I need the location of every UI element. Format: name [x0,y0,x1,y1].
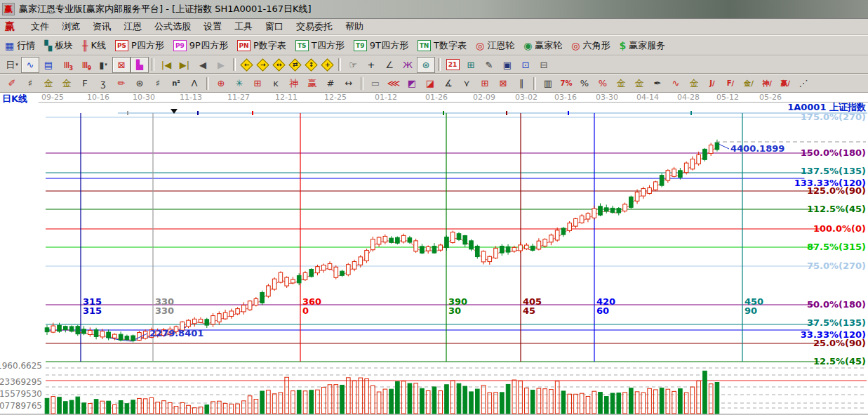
tb3-shen-tool-button[interactable]: 神 [285,75,303,91]
tb2-calculator-button[interactable]: ⊞ [462,57,480,73]
tb1-sectors-button[interactable]: ▚板块 [42,39,75,53]
tb3-gold-angle-button[interactable]: 金∕ [740,75,758,91]
tb3-percent-button[interactable]: % [575,75,594,91]
tb3-ink-tool-button[interactable]: ✒ [648,75,667,91]
title-bar[interactable]: 赢 赢家江恩专业版[赢家内部服务平台] - [上证指数 SH1A0001-167… [0,0,868,19]
tb3-span-arrows-button[interactable]: ↔ [340,75,358,91]
tb1-9t-square-button[interactable]: T99T四方形 [352,39,410,53]
tb2-page-prev-button[interactable]: ◀ [194,57,212,73]
tb3-gold-lines-button[interactable]: 金 [630,75,648,91]
tb1-t-number-table-button[interactable]: TNT数字表 [415,39,469,53]
tb2-trend-curve-button[interactable]: ∿ [21,57,39,73]
tb3-angle-a-button[interactable]: Λ [185,75,203,91]
tb1-kline-button[interactable]: ╫K线 [80,39,108,53]
tb3-percent-lines-button[interactable]: % [594,75,612,91]
chart-area[interactable]: 09-2510-1610-3011-1311-2712-1112-2501-12… [0,93,868,415]
tb1-9p-square-button[interactable]: P99P四方形 [171,39,230,53]
menu-item-8[interactable]: 交易委托 [290,20,339,33]
tb3-angle-lines-button[interactable]: ∡ [439,75,458,91]
tb3-diagonal-marks-button[interactable]: ⋰ [794,75,813,91]
tb2-figure-box-button[interactable]: ⊠ [112,57,131,73]
tb1-p-square-button[interactable]: PSP四方形 [113,39,166,53]
tb3-gold-section-2-button[interactable]: 金 [58,75,76,91]
tb3-boxed-fan-1-button[interactable]: ◩ [403,75,421,91]
menu-item-4[interactable]: 公式选股 [148,20,197,33]
menu-item-0[interactable]: 文件 [25,20,55,33]
tb2-trade-terminal-button[interactable]: ⊟ [535,57,553,73]
tb1-p-number-table-button[interactable]: PNP数字表 [235,39,288,53]
tb3-compass-button[interactable]: ⊕ [212,75,230,91]
menu-item-3[interactable]: 江恩 [117,20,148,33]
tb2-swap-h-button[interactable]: ⇄ [288,58,301,71]
tb2-pan-hand-button[interactable]: ☞ [344,57,362,73]
tb2-bars-3-button[interactable]: Ⅲ3 [58,57,76,73]
candle-body [500,246,505,253]
tb3-gold-section-1-button[interactable]: 金 [39,75,58,91]
tb1-winner-wheel-button[interactable]: ◉赢家轮 [521,39,564,53]
tb2-zoom-all-button[interactable]: + [321,58,333,71]
tb2-page-next-button[interactable]: ▶ [212,57,230,73]
tb3-boxed-fan-2-button[interactable]: ◪ [421,75,439,91]
tb3-gold-circle-button[interactable]: 金 [612,75,630,91]
tb2-gann-flower-button[interactable]: Ж [399,57,417,73]
tb3-cycle-circle-button[interactable]: ⊛ [131,75,149,91]
menu-item-7[interactable]: 窗口 [259,20,290,33]
tb2-calendar-button[interactable]: 21 [443,57,462,73]
tb3-red-grid-button[interactable]: ⊞ [476,75,494,91]
tb2-angle-measure-button[interactable]: ∠ [380,57,399,73]
tb2-gann-wheel-tool-button[interactable]: ⊛ [417,57,435,73]
tb2-candle-style-button[interactable]: ▮▾ [94,57,112,73]
menu-item-2[interactable]: 资讯 [86,20,117,33]
tb3-wave-percent-button[interactable]: ∿ [667,75,685,91]
tb1-gann-wheel-button[interactable]: ◎江恩轮 [474,39,516,53]
tb2-crosshair-button[interactable]: + [362,57,380,73]
tb1-t-square-button[interactable]: TST四方形 [293,39,347,53]
tb3-spiral-button[interactable]: ʒ [94,75,112,91]
tb2-info-note-button[interactable]: ▤ [39,57,58,73]
tb2-memo-button[interactable]: ✎ [480,57,498,73]
tb2-save-button[interactable]: ▣ [498,57,516,73]
tb2-net-view-button[interactable]: ⊡ [516,57,535,73]
tb1-winner-service-button[interactable]: $赢家服务 [617,39,668,53]
tb2-first-page-button[interactable]: |◀ [157,57,175,73]
tb2-period-day-button[interactable]: 日▾ [3,57,21,73]
tb3-box-select-button[interactable]: ▭ [366,75,385,91]
tb3-fibonacci-button[interactable]: F [76,75,94,91]
tb1-hexagon-button[interactable]: ◎六角形 [569,39,612,53]
tb2-zoom-v-button[interactable]: ↕ [305,58,317,71]
tb2-zoom-h-button[interactable]: ↔ [272,58,285,71]
tb2-color-histogram-button[interactable]: ▙ [131,57,149,73]
tb3-grid-lines-button[interactable]: ♯ [21,75,39,91]
kline-icon: ╫ [82,41,88,51]
volume-bar [457,383,461,414]
tb3-parallel-lines-button[interactable]: ∥ [512,75,530,91]
tb3-gold-angle-0-button[interactable]: 金 [685,75,703,91]
menu-item-1[interactable]: 浏览 [55,20,86,33]
tb3-ying-tool-button[interactable]: 赢 [303,75,321,91]
tb3-k-wave-button[interactable]: ĸ [267,75,285,91]
tb3-bar-scale-button[interactable]: ▥ [539,75,557,91]
tb3-n-square-button[interactable]: n² [167,75,185,91]
tb3-spider-web-button[interactable]: ✳ [230,75,248,91]
tb3-f-angle-button[interactable]: F∕ [721,75,740,91]
tb3-brush-button[interactable]: ✏ [112,75,131,91]
tb3-red-grid-boxed-button[interactable]: ⊠ [494,75,512,91]
tb2-shift-right-button[interactable]: → [256,58,269,71]
tb3-ying-angle-button[interactable]: 赢∕ [776,75,794,91]
tb3-fan-lines-button[interactable]: ⋘ [385,75,403,91]
tb2-last-page-button[interactable]: ▶| [175,57,194,73]
tb2-bars-9-button[interactable]: Ⅲ9 [76,57,94,73]
tb3-grid-lines-2-button[interactable]: ♯ [149,75,167,91]
tb3-boxed-web-button[interactable]: ⊞ [248,75,267,91]
tb3-j-angle-button[interactable]: J∕ [703,75,721,91]
menu-item-6[interactable]: 工具 [228,20,259,33]
menu-item-5[interactable]: 设置 [197,20,228,33]
tb3-shen-angle-button[interactable]: 神∕ [758,75,776,91]
tb2-shift-left-button[interactable]: ← [240,58,253,71]
menu-item-9[interactable]: 帮助 [339,20,370,33]
tb3-percent-7-button[interactable]: 7% [557,75,575,91]
tb3-ruler-123-button[interactable]: # [321,75,340,91]
tb3-pencil-button[interactable]: ✐ [3,75,21,91]
tb3-v-marks-button[interactable]: ⋎ [458,75,476,91]
tb1-market-quotes-button[interactable]: ▦行情 [3,39,37,53]
